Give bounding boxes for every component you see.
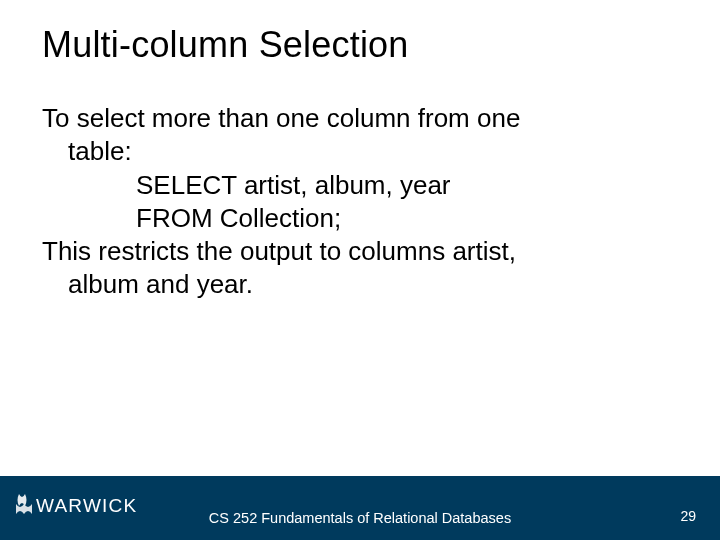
footer-course-label: CS 252 Fundamentals of Relational Databa… bbox=[209, 510, 511, 526]
slide: Multi-column Selection To select more th… bbox=[0, 0, 720, 540]
outro-text-line1: This restricts the output to columns art… bbox=[42, 235, 670, 268]
outro-text-line2: album and year. bbox=[42, 268, 670, 301]
sql-from-line: FROM Collection; bbox=[42, 202, 670, 235]
warwick-logo: WARWICK bbox=[16, 488, 156, 526]
footer-bar: WARWICK CS 252 Fundamentals of Relationa… bbox=[0, 476, 720, 540]
intro-text-line2: table: bbox=[42, 135, 670, 168]
slide-title: Multi-column Selection bbox=[0, 0, 720, 66]
intro-text-line1: To select more than one column from one bbox=[42, 102, 670, 135]
page-number: 29 bbox=[680, 508, 696, 524]
logo-text: WARWICK bbox=[36, 495, 137, 516]
slide-body: To select more than one column from one … bbox=[0, 66, 720, 302]
sql-select-line: SELECT artist, album, year bbox=[42, 169, 670, 202]
